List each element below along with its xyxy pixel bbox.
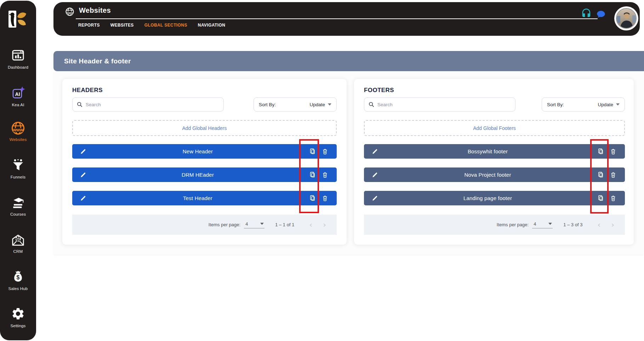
edit-pencil-icon[interactable] — [80, 195, 86, 201]
trash-icon[interactable] — [322, 148, 328, 155]
footers-search — [364, 97, 515, 112]
copy-icon[interactable] — [597, 171, 604, 178]
sidebar-item-funnels[interactable]: Funnels — [0, 158, 36, 179]
sidebar-item-label: Websites — [0, 137, 36, 142]
sidebar-item-courses[interactable]: Courses — [0, 195, 36, 216]
row-actions — [597, 148, 616, 155]
header-row-title: Test Header — [86, 195, 309, 201]
footer-row[interactable]: Landing page footer — [364, 191, 625, 205]
tab-reports[interactable]: REPORTS — [78, 23, 100, 28]
edit-pencil-icon[interactable] — [372, 172, 378, 178]
courses-icon — [0, 195, 36, 211]
search-input[interactable] — [86, 102, 219, 107]
search-input[interactable] — [377, 102, 511, 107]
trash-icon[interactable] — [610, 148, 616, 155]
row-actions — [597, 195, 616, 201]
add-global-footers-label: Add Global Footers — [473, 125, 516, 131]
copy-icon[interactable] — [597, 195, 604, 201]
sidebar-item-websites[interactable]: www Websites — [0, 120, 36, 142]
header-row[interactable]: New Header — [72, 144, 337, 159]
add-global-footers-button[interactable]: Add Global Footers — [364, 120, 625, 136]
footer-row[interactable]: Nova Project footer — [364, 167, 625, 182]
trash-icon[interactable] — [610, 172, 616, 178]
edit-pencil-icon[interactable] — [80, 148, 86, 155]
next-page-button[interactable]: › — [611, 221, 614, 229]
edit-pencil-icon[interactable] — [372, 195, 378, 201]
sidebar-item-label: Sales Hub — [0, 286, 36, 291]
previous-page-button[interactable]: ‹ — [597, 221, 600, 229]
sidebar-item-dashboard[interactable]: Dashboard — [0, 48, 36, 69]
copy-icon[interactable] — [309, 195, 316, 201]
svg-text:www: www — [66, 11, 73, 15]
items-per-page-select[interactable]: 4 — [244, 221, 264, 228]
kea-logo[interactable] — [8, 9, 28, 30]
sidebar-item-sales-hub[interactable]: $ Sales Hub — [0, 269, 36, 291]
footer-row-title: Nova Project footer — [378, 172, 597, 178]
sort-value: Update — [309, 102, 325, 107]
headers-search — [72, 97, 224, 112]
kea-bird-logo-icon — [8, 9, 28, 30]
row-actions — [309, 148, 328, 155]
items-per-page-label: Items per page: — [497, 222, 529, 227]
sidebar-item-label: Courses — [0, 212, 36, 216]
support-headset-icon[interactable] — [581, 8, 592, 20]
headers-sort-select[interactable]: Sort By: Update — [253, 97, 337, 112]
sidebar-item-settings[interactable]: Settings — [0, 307, 36, 328]
kea-ai-icon: AI — [0, 86, 36, 101]
add-global-headers-label: Add Global Headers — [182, 125, 227, 131]
edit-pencil-icon[interactable] — [372, 148, 378, 155]
search-icon — [369, 102, 374, 107]
page-title: Websites — [79, 6, 111, 15]
funnel-icon — [0, 158, 36, 174]
caret-down-icon — [328, 103, 331, 106]
page-range-label: 1 – 1 of 1 — [275, 222, 294, 227]
edit-pencil-icon[interactable] — [80, 172, 86, 178]
header-row[interactable]: DRM HEader — [72, 167, 337, 182]
money-bag-icon: $ — [0, 269, 36, 285]
topbar: www Websites REPORTS WEBSITES GLOBAL SEC… — [53, 2, 640, 36]
header-row[interactable]: Test Header — [72, 191, 337, 205]
copy-icon[interactable] — [597, 148, 604, 155]
next-page-button[interactable]: › — [323, 221, 326, 229]
sidebar-item-label: Funnels — [0, 175, 36, 179]
user-avatar[interactable] — [614, 6, 638, 30]
copy-icon[interactable] — [309, 171, 316, 178]
tab-global-sections[interactable]: GLOBAL SECTIONS — [144, 23, 187, 28]
trash-icon[interactable] — [322, 172, 328, 178]
caret-down-icon — [616, 103, 620, 106]
copy-icon[interactable] — [309, 148, 316, 155]
sidebar-item-label: CRM — [0, 249, 36, 254]
section-banner: Site Header & footer — [53, 51, 644, 71]
trash-icon[interactable] — [610, 195, 616, 201]
caret-down-icon — [260, 223, 264, 225]
svg-text:$: $ — [17, 274, 20, 280]
tab-websites[interactable]: WEBSITES — [110, 23, 134, 28]
footers-panel: FOOTERS Sort By: Update Add Global Foote… — [354, 79, 634, 245]
add-global-headers-button[interactable]: Add Global Headers — [72, 120, 337, 136]
footers-sort-select[interactable]: Sort By: Update — [542, 97, 625, 112]
sidebar-item-label: Settings — [0, 324, 36, 328]
tab-navigation[interactable]: NAVIGATION — [198, 23, 226, 28]
sidebar-item-label: Kea AI — [0, 103, 36, 107]
footer-row-title: Landing page footer — [378, 195, 597, 201]
footer-row[interactable]: Bossywhit footer — [364, 144, 625, 159]
dashboard-icon — [0, 48, 36, 64]
sidebar-item-kea-ai[interactable]: AI Kea AI — [0, 86, 36, 107]
chat-bubble-icon[interactable] — [596, 10, 606, 21]
items-per-page-select[interactable]: 4 — [532, 221, 553, 228]
topbar-tabs: REPORTS WEBSITES GLOBAL SECTIONS NAVIGAT… — [78, 23, 225, 28]
sidebar-item-crm[interactable]: CRM — [0, 232, 36, 254]
footers-paginator: Items per page: 4 1 – 3 of 3 ‹ › — [364, 215, 625, 235]
sort-value: Update — [598, 102, 613, 107]
sidebar: Dashboard AI Kea AI www — [0, 1, 36, 340]
app: Dashboard AI Kea AI www — [0, 0, 644, 341]
row-actions — [309, 171, 328, 178]
page-range-label: 1 – 3 of 3 — [563, 222, 582, 227]
svg-text:www: www — [13, 127, 23, 132]
globe-www-icon: www — [0, 120, 36, 136]
avatar-photo — [616, 8, 637, 29]
title-underline — [76, 18, 598, 19]
trash-icon[interactable] — [322, 195, 328, 201]
previous-page-button[interactable]: ‹ — [309, 221, 312, 229]
items-per-page-value: 4 — [245, 221, 248, 227]
